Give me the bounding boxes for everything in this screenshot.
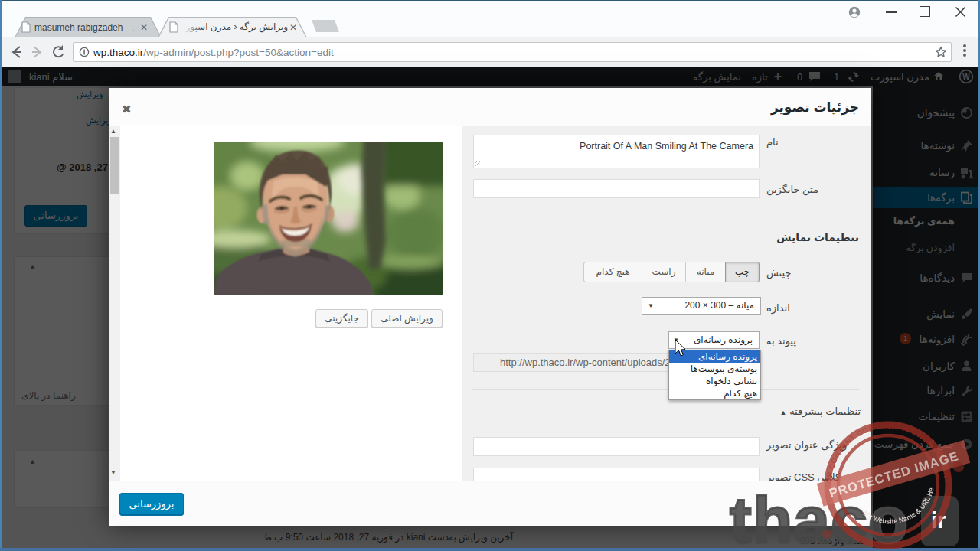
- svg-text:My Website Name & URL Here: My Website Name & URL Here: [796, 321, 936, 526]
